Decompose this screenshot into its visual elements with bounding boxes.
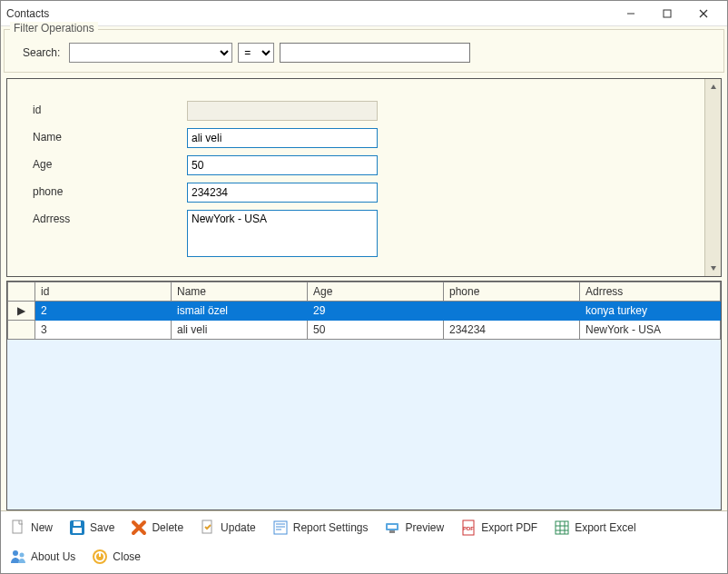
field-input-id[interactable] [187, 101, 378, 121]
data-grid[interactable]: id Name Age phone Adrress ▶2ismail özel2… [7, 282, 721, 340]
table-row[interactable]: 3ali veli50234234NewYork - USA [8, 321, 721, 340]
svg-rect-13 [274, 521, 287, 534]
window-root: Contacts Filter Operations Search: = [0, 0, 728, 574]
field-label-id: id [33, 101, 187, 116]
grid-cell[interactable]: 3 [35, 321, 172, 340]
grid-cell[interactable]: ismail özel [172, 302, 308, 321]
svg-rect-12 [202, 520, 212, 533]
scroll-up-icon[interactable] [707, 81, 720, 94]
grid-cell[interactable]: konya turkey [580, 302, 721, 321]
preview-button[interactable]: Preview [380, 517, 448, 539]
col-id[interactable]: id [35, 282, 172, 302]
grid-corner [8, 282, 35, 302]
row-indicator [8, 321, 35, 340]
search-row: Search: = [12, 39, 716, 64]
svg-marker-4 [711, 84, 716, 89]
svg-rect-8 [73, 528, 82, 533]
search-label: Search: [23, 46, 60, 59]
field-input-address[interactable]: NewYork - USA [187, 210, 378, 257]
update-icon [200, 520, 216, 536]
maximize-button[interactable] [649, 2, 685, 25]
filter-legend: Filter Operations [10, 22, 98, 35]
new-icon [10, 520, 26, 536]
grid-cell[interactable] [444, 302, 580, 321]
close-icon [699, 9, 708, 18]
field-label-address: Adrress [33, 210, 187, 225]
window-controls [613, 2, 722, 25]
field-label-phone: phone [33, 183, 187, 198]
grid-cell[interactable]: NewYork - USA [580, 321, 721, 340]
field-input-phone[interactable] [187, 183, 378, 203]
titlebar: Contacts [1, 1, 727, 26]
field-label-age: Age [33, 155, 187, 171]
save-icon [69, 520, 85, 536]
grid-cell[interactable]: 2 [35, 302, 172, 321]
client-area: Filter Operations Search: = id Name [1, 26, 727, 573]
maximize-icon [663, 9, 672, 18]
filter-group: Filter Operations Search: = [4, 29, 724, 73]
svg-marker-5 [711, 266, 716, 271]
grid-cell[interactable]: 50 [308, 321, 444, 340]
toolbar: New Save Delete Update Report Settings P… [1, 510, 727, 573]
save-button[interactable]: Save [65, 517, 118, 539]
search-operator-combo[interactable]: = [238, 43, 274, 63]
about-icon [10, 549, 26, 565]
svg-point-28 [20, 553, 25, 558]
col-address[interactable]: Adrress [580, 282, 721, 302]
svg-rect-18 [388, 525, 397, 529]
minimize-button[interactable] [613, 2, 649, 25]
col-phone[interactable]: phone [444, 282, 580, 302]
power-icon [92, 549, 108, 565]
delete-button[interactable]: Delete [127, 517, 187, 539]
field-input-age[interactable] [187, 155, 378, 175]
svg-text:PDF: PDF [463, 526, 474, 531]
grid-empty-area [7, 340, 721, 510]
excel-icon [554, 520, 570, 536]
svg-point-27 [13, 550, 18, 556]
form-body: id Name Age phone Adrress NewYork [7, 79, 704, 276]
field-input-name[interactable] [187, 128, 378, 148]
report-settings-icon [272, 520, 289, 536]
grid-cell[interactable]: 29 [308, 302, 444, 321]
form-panel: id Name Age phone Adrress NewYork [6, 78, 722, 277]
pdf-icon: PDF [460, 520, 477, 536]
row-indicator: ▶ [8, 302, 35, 321]
preview-icon [384, 520, 400, 536]
close-button[interactable]: Close [88, 546, 144, 568]
close-window-button[interactable] [685, 2, 722, 25]
report-settings-button[interactable]: Report Settings [269, 517, 372, 539]
svg-rect-6 [13, 520, 22, 533]
form-scrollbar[interactable] [704, 79, 721, 276]
about-us-button[interactable]: About Us [6, 546, 79, 568]
svg-rect-9 [74, 521, 81, 526]
svg-rect-19 [389, 530, 395, 533]
col-name[interactable]: Name [172, 282, 308, 302]
grid-cell[interactable]: 234234 [444, 321, 580, 340]
col-age[interactable]: Age [308, 282, 444, 302]
table-row[interactable]: ▶2ismail özel29konya turkey [8, 302, 721, 321]
svg-rect-22 [556, 521, 568, 534]
delete-icon [131, 520, 147, 536]
grid-cell[interactable]: ali veli [172, 321, 308, 340]
field-label-name: Name [33, 128, 187, 144]
svg-rect-1 [664, 10, 671, 17]
data-grid-panel: id Name Age phone Adrress ▶2ismail özel2… [6, 281, 722, 510]
minimize-icon [626, 9, 635, 18]
grid-header-row: id Name Age phone Adrress [8, 282, 721, 302]
update-button[interactable]: Update [196, 517, 260, 539]
export-pdf-button[interactable]: PDF Export PDF [457, 517, 541, 539]
search-field-combo[interactable] [69, 43, 232, 63]
search-input[interactable] [280, 43, 470, 63]
scroll-down-icon[interactable] [707, 262, 720, 274]
new-button[interactable]: New [6, 517, 56, 539]
export-excel-button[interactable]: Export Excel [550, 517, 639, 539]
window-title: Contacts [6, 7, 613, 20]
